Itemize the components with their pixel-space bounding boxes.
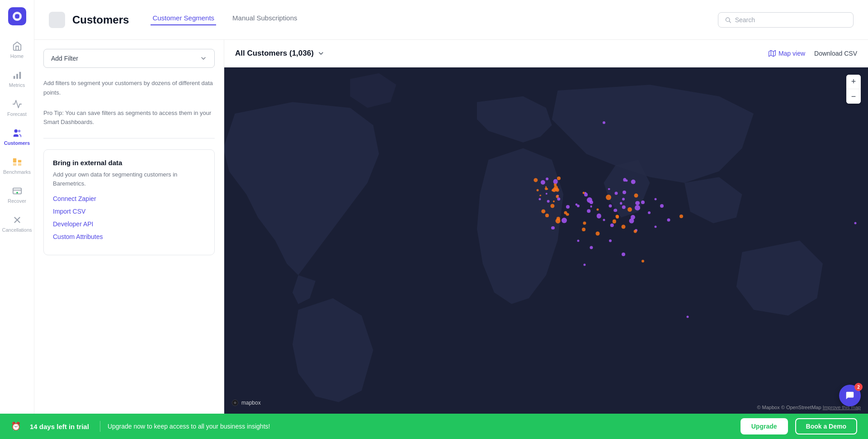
svg-point-4	[18, 130, 20, 133]
sidebar-item-cancellations[interactable]: Cancellations	[2, 210, 33, 237]
sidebar-item-recover[interactable]: Recover	[2, 181, 33, 208]
map-panel: All Customers (1,036) Map view Download …	[224, 40, 868, 414]
trial-days-text: 14 days left in trial	[30, 423, 89, 430]
map-icon	[769, 50, 776, 57]
sidebar-item-metrics[interactable]: Metrics	[2, 65, 33, 92]
zoom-in-button[interactable]: +	[846, 75, 861, 89]
sidebar-item-customers[interactable]: Customers	[2, 123, 33, 150]
topbar: Customers Customer Segments Manual Subsc…	[34, 0, 868, 40]
svg-rect-2	[19, 72, 21, 79]
chat-badge: 2	[854, 383, 863, 391]
metrics-icon	[12, 70, 23, 81]
book-demo-button[interactable]: Book a Demo	[795, 418, 857, 434]
main-content: Add Filter Add filters to segment your c…	[34, 40, 868, 414]
sidebar-item-metrics-label: Metrics	[9, 82, 25, 88]
sidebar-item-cancellations-label: Cancellations	[2, 227, 32, 233]
filter-label: Add Filter	[51, 55, 78, 62]
custom-attributes-link[interactable]: Custom Attributes	[53, 233, 205, 240]
map-view-button[interactable]: Map view	[769, 50, 805, 57]
chat-bubble[interactable]: 2	[839, 385, 861, 406]
left-panel: Add Filter Add filters to segment your c…	[34, 40, 224, 414]
forecast-icon	[12, 99, 23, 110]
svg-rect-6	[18, 160, 21, 162]
zoom-out-button[interactable]: −	[846, 89, 861, 104]
search-icon	[725, 16, 731, 24]
mapbox-logo: mapbox	[231, 399, 261, 406]
map-zoom-controls: + −	[846, 75, 861, 104]
benchmarks-icon	[12, 157, 23, 167]
mapbox-label: mapbox	[241, 400, 261, 406]
world-map-svg	[224, 67, 868, 414]
page-title: Customers	[72, 14, 129, 26]
dropdown-chevron-icon	[317, 50, 325, 57]
map-header: All Customers (1,036) Map view Download …	[224, 40, 868, 67]
trial-divider	[100, 421, 100, 432]
connect-zapier-link[interactable]: Connect Zapier	[53, 195, 205, 202]
svg-point-21	[234, 401, 236, 404]
external-data-desc: Add your own data for segmenting custome…	[53, 170, 205, 188]
upgrade-button[interactable]: Upgrade	[741, 418, 788, 434]
add-filter-dropdown[interactable]: Add Filter	[43, 49, 215, 68]
chat-icon	[845, 391, 855, 401]
map-actions: Map view Download CSV	[769, 50, 857, 57]
sidebar-item-forecast[interactable]: Forecast	[2, 94, 33, 121]
filter-tip-text: Add filters to segment your customers by…	[43, 79, 215, 98]
customer-count-label: All Customers (1,036)	[235, 49, 314, 58]
svg-rect-7	[13, 163, 16, 166]
external-data-title: Bring in external data	[53, 159, 205, 167]
svg-point-10	[16, 192, 18, 194]
external-data-card: Bring in external data Add your own data…	[43, 149, 215, 255]
sidebar-item-benchmarks[interactable]: Benchmarks	[2, 152, 33, 179]
customers-icon	[12, 128, 23, 138]
download-csv-button[interactable]: Download CSV	[814, 50, 857, 57]
improve-map-link[interactable]: Improve this map	[823, 405, 861, 410]
svg-rect-1	[16, 74, 18, 79]
svg-point-3	[14, 129, 17, 133]
sidebar-item-home-label: Home	[10, 53, 24, 59]
sidebar-item-benchmarks-label: Benchmarks	[3, 169, 31, 175]
sidebar-item-home[interactable]: Home	[2, 36, 33, 63]
sidebar: Home Metrics Forecast C	[0, 0, 34, 439]
customer-count-button[interactable]: All Customers (1,036)	[235, 49, 325, 58]
sidebar-item-forecast-label: Forecast	[7, 111, 27, 117]
svg-marker-16	[769, 50, 776, 56]
trial-upgrade-subtext: Upgrade now to keep access to all your b…	[108, 423, 733, 430]
divider	[43, 138, 215, 138]
map-view-label: Map view	[778, 50, 805, 57]
trial-bar: ⏰ 14 days left in trial Upgrade now to k…	[0, 414, 868, 439]
clock-icon: ⏰	[11, 421, 21, 431]
svg-rect-0	[13, 76, 15, 79]
mapbox-icon	[231, 399, 239, 406]
cancellations-icon	[12, 215, 23, 225]
pro-tip-text: Pro Tip: You can save filters as segment…	[43, 109, 215, 128]
app-logo[interactable]	[8, 7, 26, 25]
svg-line-15	[729, 21, 731, 22]
company-logo-placeholder	[49, 12, 65, 28]
sidebar-item-customers-label: Customers	[4, 140, 30, 146]
sidebar-item-recover-label: Recover	[8, 198, 26, 204]
import-csv-link[interactable]: Import CSV	[53, 208, 205, 215]
chevron-down-icon	[200, 55, 207, 62]
svg-rect-5	[13, 158, 16, 162]
search-input[interactable]	[735, 16, 847, 24]
search-box[interactable]	[718, 12, 854, 28]
developer-api-link[interactable]: Developer API	[53, 220, 205, 228]
tab-manual-subscriptions[interactable]: Manual Subscriptions	[231, 14, 299, 25]
tab-customer-segments[interactable]: Customer Segments	[151, 14, 216, 25]
home-icon	[12, 41, 23, 52]
map-container[interactable]: + − mapbox © Mapbox © OpenStreetMap Impr…	[224, 67, 868, 414]
top-nav: Customer Segments Manual Subscriptions	[151, 14, 718, 25]
recover-icon	[12, 186, 23, 196]
svg-rect-8	[18, 163, 21, 166]
